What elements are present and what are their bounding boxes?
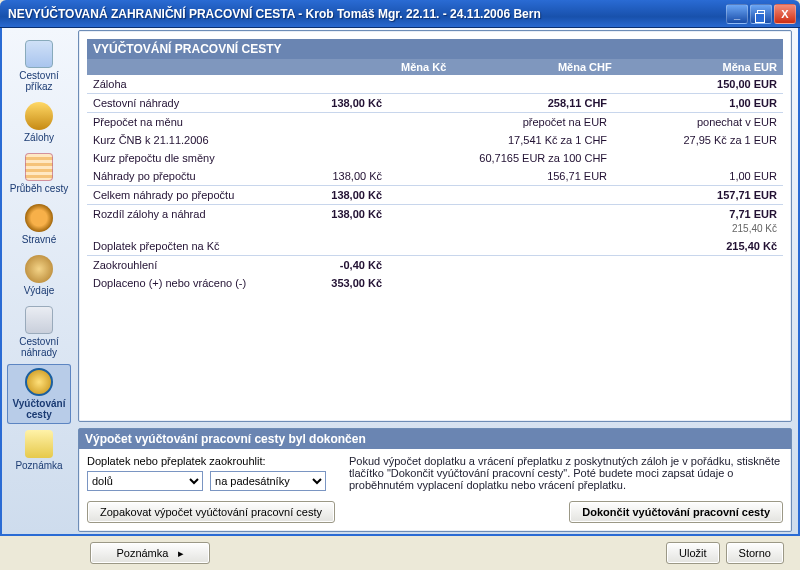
sidebar-item-stravne[interactable]: Stravné <box>7 200 71 249</box>
minimize-button[interactable]: _ <box>726 4 748 24</box>
row-label: Doplatek přepočten na Kč <box>87 237 287 256</box>
table-row: Kurz ČNB k 21.11.2006 17,541 Kč za 1 CHF… <box>87 131 783 149</box>
table-row: Rozdíl zálohy a náhrad 138,00 Kč 7,71 EU… <box>87 205 783 224</box>
finish-row: Doplatek nebo přeplatek zaokrouhlit: dol… <box>87 455 783 491</box>
cell: 138,00 Kč <box>287 205 388 224</box>
repeat-calculation-button[interactable]: Zopakovat výpočet vyúčtování pracovní ce… <box>87 501 335 523</box>
finish-panel: Výpočet vyúčtování pracovní cesty byl do… <box>78 428 792 532</box>
finish-settlement-button[interactable]: Dokončit vyúčtování pracovní cesty <box>569 501 783 523</box>
sidebar-item-vyuctovani[interactable]: Vyúčtování cesty <box>7 364 71 424</box>
finish-title: Výpočet vyúčtování pracovní cesty byl do… <box>79 429 791 449</box>
sidebar-item-prubeh[interactable]: Průběh cesty <box>7 149 71 198</box>
table-row: Celkem náhrady po přepočtu 138,00 Kč 157… <box>87 186 783 205</box>
cell: 215,40 Kč <box>613 237 783 256</box>
cell: 60,7165 EUR za 100 CHF <box>388 149 613 167</box>
sidebar-item-cestovni-prikaz[interactable]: Cestovní příkaz <box>7 36 71 96</box>
sidebar-item-vydaje[interactable]: Výdaje <box>7 251 71 300</box>
footer: Poznámka ▸ Uložit Storno <box>0 536 800 570</box>
rounding-controls: Doplatek nebo přeplatek zaokrouhlit: dol… <box>87 455 337 491</box>
sheet-header-row: Měna Kč Měna CHF Měna EUR <box>87 59 783 75</box>
row-label: Náhrady po přepočtu <box>87 167 287 186</box>
meal-icon <box>25 204 53 232</box>
order-icon <box>25 40 53 68</box>
app-window: NEVYÚČTOVANÁ ZAHRANIČNÍ PRACOVNÍ CESTA -… <box>0 0 800 570</box>
row-label: Celkem náhrady po přepočtu <box>87 186 287 205</box>
cell: 1,00 EUR <box>613 167 783 186</box>
finish-buttons: Zopakovat výpočet vyúčtování pracovní ce… <box>87 501 783 523</box>
titlebar: NEVYÚČTOVANÁ ZAHRANIČNÍ PRACOVNÍ CESTA -… <box>0 0 800 28</box>
sidebar-item-label: Zálohy <box>24 132 54 143</box>
calendar-icon <box>25 153 53 181</box>
sidebar-item-label: Vyúčtování cesty <box>13 398 66 420</box>
cell: 150,00 EUR <box>613 75 783 94</box>
sidebar-item-label: Cestovní příkaz <box>19 70 58 92</box>
sidebar-item-zalohy[interactable]: Zálohy <box>7 98 71 147</box>
settlement-panel: VYÚČTOVÁNÍ PRACOVNÍ CESTY Měna Kč Měna C… <box>78 30 792 422</box>
row-label: Kurz ČNB k 21.11.2006 <box>87 131 287 149</box>
row-label: Přepočet na měnu <box>87 113 287 132</box>
cell: 258,11 CHF <box>388 94 613 113</box>
cell: 138,00 Kč <box>287 186 388 205</box>
close-button[interactable]: X <box>774 4 796 24</box>
cell: -0,40 Kč <box>287 256 388 275</box>
cell: 353,00 Kč <box>287 274 388 292</box>
save-button[interactable]: Uložit <box>666 542 720 564</box>
window-title: NEVYÚČTOVANÁ ZAHRANIČNÍ PRACOVNÍ CESTA -… <box>8 7 726 21</box>
cell: 17,541 Kč za 1 CHF <box>388 131 613 149</box>
table-row: Náhrady po přepočtu 138,00 Kč 156,71 EUR… <box>87 167 783 186</box>
row-label: Záloha <box>87 75 287 94</box>
sidebar-item-label: Poznámka <box>15 460 62 471</box>
calculator-icon <box>25 306 53 334</box>
table-row: Doplatek přepočten na Kč 215,40 Kč <box>87 237 783 256</box>
expense-icon <box>25 255 53 283</box>
cell: 156,71 EUR <box>388 167 613 186</box>
row-label: Rozdíl zálohy a náhrad <box>87 205 287 224</box>
rounding-unit-select[interactable]: na padesátníky <box>210 471 326 491</box>
sidebar-item-label: Výdaje <box>24 285 55 296</box>
note-button-label: Poznámka <box>116 547 168 559</box>
sidebar-item-label: Průběh cesty <box>10 183 68 194</box>
cancel-button[interactable]: Storno <box>726 542 784 564</box>
row-label: Doplaceno (+) nebo vráceno (-) <box>87 274 287 292</box>
table-row: Cestovní náhrady 138,00 Kč 258,11 CHF 1,… <box>87 94 783 113</box>
sidebar-item-nahrady[interactable]: Cestovní náhrady <box>7 302 71 362</box>
cell: 157,71 EUR <box>613 186 783 205</box>
cell: 1,00 EUR <box>613 94 783 113</box>
sidebar: Cestovní příkaz Zálohy Průběh cesty Stra… <box>4 30 74 532</box>
table-row: Kurz přepočtu dle směny 60,7165 EUR za 1… <box>87 149 783 167</box>
cell: ponechat v EUR <box>613 113 783 132</box>
table-row: Záloha 150,00 EUR <box>87 75 783 94</box>
row-label: Zaokrouhlení <box>87 256 287 275</box>
cell: přepočet na EUR <box>388 113 613 132</box>
note-icon <box>25 430 53 458</box>
client-area: Cestovní příkaz Zálohy Průběh cesty Stra… <box>0 28 800 536</box>
restore-button[interactable] <box>750 4 772 24</box>
cell: 7,71 EUR <box>613 205 783 224</box>
main-column: VYÚČTOVÁNÍ PRACOVNÍ CESTY Měna Kč Měna C… <box>74 30 796 532</box>
row-label: Kurz přepočtu dle směny <box>87 149 287 167</box>
restore-icon <box>757 10 765 18</box>
coins-icon <box>25 102 53 130</box>
table-row: Zaokrouhlení -0,40 Kč <box>87 256 783 275</box>
window-buttons: _ X <box>726 4 796 24</box>
cell-sub: 215,40 Kč <box>613 223 783 237</box>
settlement-icon <box>25 368 53 396</box>
sidebar-item-label: Stravné <box>22 234 56 245</box>
rounding-label: Doplatek nebo přeplatek zaokrouhlit: <box>87 455 337 467</box>
sidebar-item-label: Cestovní náhrady <box>19 336 58 358</box>
cell: 138,00 Kč <box>287 94 388 113</box>
settlement-table: Záloha 150,00 EUR Cestovní náhrady 138,0… <box>87 75 783 292</box>
finish-info: Pokud výpočet doplatku a vrácení přeplat… <box>349 455 783 491</box>
table-row: 215,40 Kč <box>87 223 783 237</box>
sheet-title: VYÚČTOVÁNÍ PRACOVNÍ CESTY <box>87 39 783 59</box>
row-label: Cestovní náhrady <box>87 94 287 113</box>
note-button[interactable]: Poznámka ▸ <box>90 542 210 564</box>
cell: 138,00 Kč <box>287 167 388 186</box>
cell: 27,95 Kč za 1 EUR <box>613 131 783 149</box>
table-row: Doplaceno (+) nebo vráceno (-) 353,00 Kč <box>87 274 783 292</box>
rounding-direction-select[interactable]: dolů <box>87 471 203 491</box>
col-header-kc: Měna Kč <box>287 59 452 75</box>
sidebar-item-poznamka[interactable]: Poznámka <box>7 426 71 475</box>
table-row: Přepočet na měnu přepočet na EUR ponecha… <box>87 113 783 132</box>
col-header-eur: Měna EUR <box>618 59 783 75</box>
